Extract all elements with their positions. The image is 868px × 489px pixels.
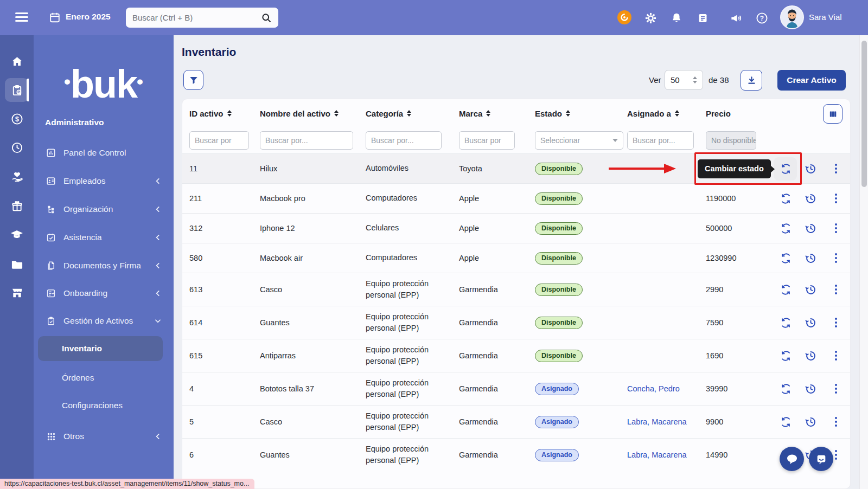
- sidebar-item-documentos-y-firma[interactable]: Documentos y Firma: [40, 255, 167, 276]
- sidebar-item-otros[interactable]: Otros: [40, 426, 167, 447]
- support-chat-button[interactable]: [809, 447, 833, 471]
- scrollbar-thumb[interactable]: [861, 41, 867, 187]
- history-icon[interactable]: [805, 350, 816, 362]
- column-header-marca[interactable]: Marca: [459, 109, 535, 118]
- column-settings-button[interactable]: [823, 104, 843, 124]
- history-icon[interactable]: [805, 317, 816, 329]
- time-clock-icon[interactable]: [5, 136, 29, 159]
- sidebar-item-gestion-de-activos[interactable]: Gestión de Activos: [40, 310, 167, 332]
- table-row[interactable]: 312 Iphone 12 Celulares Apple Disponible…: [182, 213, 851, 243]
- help-icon[interactable]: ?: [755, 11, 768, 24]
- table-row[interactable]: 211 Macbook pro Computadores Apple Dispo…: [182, 183, 851, 213]
- benefits-hand-heart-icon[interactable]: [5, 165, 29, 189]
- column-header-categoria[interactable]: Categoría: [366, 109, 459, 118]
- announcements-megaphone-icon[interactable]: [729, 11, 742, 24]
- kebab-menu-icon[interactable]: [830, 193, 841, 204]
- kebab-menu-icon[interactable]: [830, 350, 841, 362]
- assigned-person-link[interactable]: Labra, Macarena: [627, 417, 687, 426]
- history-icon[interactable]: [805, 416, 816, 428]
- sidebar-subitem-configuraciones[interactable]: Configuraciones: [38, 393, 163, 418]
- user-avatar[interactable]: [780, 5, 804, 29]
- table-row[interactable]: 613 Casco Equipo protección personal (EP…: [182, 273, 851, 306]
- history-icon[interactable]: [805, 163, 816, 175]
- change-status-icon[interactable]: [780, 193, 792, 204]
- filter-button[interactable]: [183, 70, 203, 90]
- download-button[interactable]: [741, 70, 762, 91]
- home-icon[interactable]: [5, 49, 29, 73]
- create-asset-button[interactable]: Crear Activo: [777, 70, 846, 91]
- filter-assigned-input[interactable]: [627, 131, 694, 150]
- change-status-icon[interactable]: [780, 416, 792, 428]
- filter-name-input[interactable]: [260, 131, 353, 150]
- filter-brand-input[interactable]: [459, 131, 515, 150]
- kebab-menu-icon[interactable]: [830, 284, 841, 295]
- table-row[interactable]: 5 Casco Equipo protección personal (EPP)…: [182, 405, 851, 438]
- marketplace-store-icon[interactable]: [5, 281, 29, 305]
- sidebar-subitem-ordenes[interactable]: Órdenes: [38, 365, 163, 390]
- change-status-icon[interactable]: [780, 317, 792, 329]
- search-input[interactable]: [132, 13, 261, 22]
- column-header-id[interactable]: ID activo: [189, 109, 260, 118]
- settings-gear-icon[interactable]: [644, 11, 657, 24]
- sidebar-item-panel-de-control[interactable]: Panel de Control: [40, 142, 167, 164]
- history-icon[interactable]: [805, 383, 816, 395]
- table-row[interactable]: 11 Hilux Automóviles Toyota Disponible C…: [182, 153, 851, 183]
- sidebar-item-empleados[interactable]: Empleados: [40, 170, 167, 192]
- user-name[interactable]: Sara Vial: [809, 12, 842, 22]
- filter-id-input[interactable]: [189, 131, 249, 150]
- payroll-dollar-icon[interactable]: $: [5, 107, 29, 131]
- filter-category-input[interactable]: [366, 131, 442, 150]
- asset-management-icon[interactable]: [5, 78, 29, 102]
- column-header-nombre[interactable]: Nombre del activo: [260, 109, 366, 118]
- hamburger-menu-icon[interactable]: [15, 12, 28, 23]
- assistant-icon[interactable]: [617, 10, 631, 24]
- sidebar-item-asistencia[interactable]: Asistencia: [40, 227, 167, 248]
- chevron-left-icon: [154, 234, 162, 241]
- change-status-icon[interactable]: [780, 350, 792, 362]
- period-label[interactable]: Enero 2025: [66, 12, 111, 22]
- page-size-select[interactable]: 50: [665, 70, 703, 90]
- sort-icon: [675, 110, 679, 117]
- kebab-menu-icon[interactable]: [830, 416, 841, 428]
- files-folder-icon[interactable]: [5, 252, 29, 276]
- change-status-icon[interactable]: [780, 223, 792, 234]
- kebab-menu-icon[interactable]: [830, 253, 841, 264]
- assigned-person-link[interactable]: Labra, Macarena: [627, 451, 687, 459]
- history-icon[interactable]: [805, 193, 816, 204]
- table-row[interactable]: 614 Guantes Equipo protección personal (…: [182, 306, 851, 339]
- kebab-menu-icon[interactable]: [830, 383, 841, 395]
- search-icon[interactable]: [261, 12, 272, 23]
- news-document-icon[interactable]: [696, 11, 709, 24]
- kebab-menu-icon[interactable]: [830, 317, 841, 329]
- table-row[interactable]: 580 Macbook air Computadores Apple Dispo…: [182, 243, 851, 273]
- change-status-icon[interactable]: [780, 284, 792, 295]
- kebab-menu-icon[interactable]: [830, 163, 841, 175]
- assigned-person-link[interactable]: Concha, Pedro: [627, 384, 680, 393]
- column-header-estado[interactable]: Estado: [535, 109, 627, 118]
- history-icon[interactable]: [805, 253, 816, 264]
- filter-status-select[interactable]: Seleccionar: [535, 131, 623, 150]
- sort-icon: [486, 110, 490, 117]
- training-graduation-icon[interactable]: [5, 223, 29, 247]
- page-scrollbar[interactable]: [859, 35, 868, 489]
- table-row[interactable]: 615 Antiparras Equipo protección persona…: [182, 339, 851, 372]
- kebab-menu-icon[interactable]: [830, 223, 841, 234]
- sidebar-item-organizacion[interactable]: Organización: [40, 198, 167, 220]
- buk-logo[interactable]: •buk•: [34, 52, 174, 114]
- sidebar-subitem-inventario[interactable]: Inventario: [38, 336, 163, 361]
- change-status-icon[interactable]: [780, 383, 792, 395]
- cell-price: 1190000: [706, 194, 768, 203]
- gift-box-icon[interactable]: [5, 194, 29, 218]
- notifications-bell-icon[interactable]: [670, 11, 683, 24]
- table-row[interactable]: 6 Guantes Equipo protección personal (EP…: [182, 438, 851, 471]
- column-header-asignado[interactable]: Asignado a: [627, 109, 706, 118]
- table-row[interactable]: 4 Bototos talla 37 Equipo protección per…: [182, 372, 851, 405]
- change-status-icon[interactable]: [780, 253, 792, 264]
- change-status-icon[interactable]: [780, 163, 792, 175]
- history-icon[interactable]: [805, 223, 816, 234]
- history-icon[interactable]: [805, 284, 816, 295]
- calendar-icon[interactable]: [49, 11, 61, 23]
- sidebar-item-onboarding[interactable]: Onboarding: [40, 282, 167, 304]
- chat-bubble-button[interactable]: [780, 447, 804, 471]
- global-search[interactable]: [126, 8, 278, 28]
